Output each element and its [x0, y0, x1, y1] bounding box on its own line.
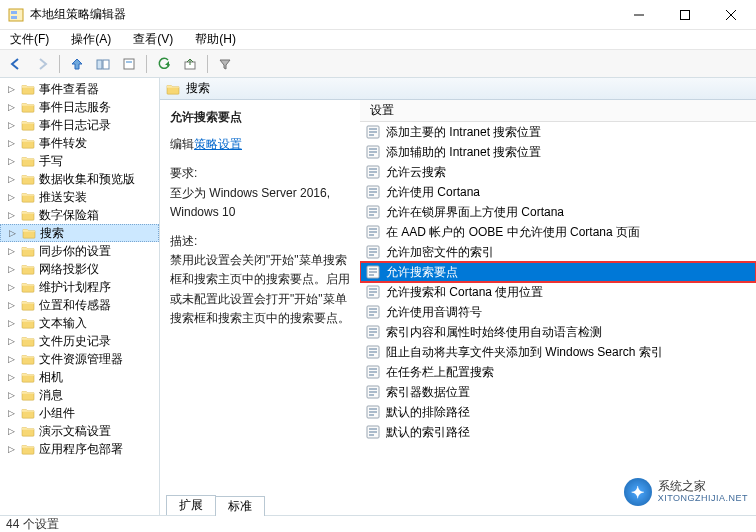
tree-item[interactable]: ▷事件日志服务: [0, 98, 159, 116]
detail-pane: 搜索 允许搜索要点 编辑策略设置 要求: 至少为 Windows Server …: [160, 78, 756, 515]
setting-row[interactable]: 允许使用音调符号: [360, 302, 756, 322]
tree-item[interactable]: ▷数据收集和预览版: [0, 170, 159, 188]
menu-help[interactable]: 帮助(H): [189, 29, 242, 50]
setting-row[interactable]: 阻止自动将共享文件夹添加到 Windows Search 索引: [360, 342, 756, 362]
tree-twisty-icon[interactable]: ▷: [8, 319, 17, 328]
maximize-button[interactable]: [662, 0, 708, 30]
tree-twisty-icon[interactable]: ▷: [8, 355, 17, 364]
tree-twisty-icon[interactable]: ▷: [8, 301, 17, 310]
tree-twisty-icon[interactable]: ▷: [8, 373, 17, 382]
policy-icon: [366, 345, 380, 359]
policy-icon: [366, 165, 380, 179]
tree-item[interactable]: ▷应用程序包部署: [0, 440, 159, 458]
tree-pane[interactable]: ▷事件查看器▷事件日志服务▷事件日志记录▷事件转发▷手写▷数据收集和预览版▷推送…: [0, 78, 160, 515]
watermark-url: XITONGZHIJIA.NET: [658, 494, 748, 504]
tree-twisty-icon[interactable]: ▷: [8, 103, 17, 112]
folder-icon: [21, 281, 35, 293]
setting-row[interactable]: 添加辅助的 Intranet 搜索位置: [360, 142, 756, 162]
setting-row[interactable]: 允许在锁屏界面上方使用 Cortana: [360, 202, 756, 222]
tree-twisty-icon[interactable]: ▷: [8, 247, 17, 256]
tree-twisty-icon[interactable]: ▷: [8, 283, 17, 292]
setting-row[interactable]: 默认的排除路径: [360, 402, 756, 422]
setting-row[interactable]: 允许搜索和 Cortana 使用位置: [360, 282, 756, 302]
setting-row[interactable]: 在任务栏上配置搜索: [360, 362, 756, 382]
tree-item[interactable]: ▷文本输入: [0, 314, 159, 332]
tree-twisty-icon[interactable]: ▷: [8, 265, 17, 274]
setting-row[interactable]: 默认的索引路径: [360, 422, 756, 442]
tree-item[interactable]: ▷文件资源管理器: [0, 350, 159, 368]
tree-twisty-icon[interactable]: ▷: [8, 175, 17, 184]
setting-row[interactable]: 在 AAD 帐户的 OOBE 中允许使用 Cortana 页面: [360, 222, 756, 242]
folder-icon: [21, 299, 35, 311]
menu-action[interactable]: 操作(A): [65, 29, 117, 50]
svg-rect-3: [11, 16, 17, 19]
tree-item[interactable]: ▷手写: [0, 152, 159, 170]
tree-item[interactable]: ▷事件查看器: [0, 80, 159, 98]
folder-icon: [21, 83, 35, 95]
tree-twisty-icon[interactable]: ▷: [8, 157, 17, 166]
tree-item[interactable]: ▷消息: [0, 386, 159, 404]
filter-button[interactable]: [213, 53, 237, 75]
tab-standard[interactable]: 标准: [215, 496, 265, 516]
setting-row[interactable]: 添加主要的 Intranet 搜索位置: [360, 122, 756, 142]
properties-button[interactable]: [117, 53, 141, 75]
tree-item-label: 事件查看器: [39, 81, 99, 98]
tree-twisty-icon[interactable]: ▷: [9, 229, 18, 238]
tree-twisty-icon[interactable]: ▷: [8, 409, 17, 418]
policy-icon: [366, 145, 380, 159]
setting-label: 索引内容和属性时始终使用自动语言检测: [386, 324, 602, 341]
watermark-brand: 系统之家: [658, 480, 748, 493]
refresh-button[interactable]: [152, 53, 176, 75]
setting-row[interactable]: 允许云搜索: [360, 162, 756, 182]
tree-item[interactable]: ▷事件转发: [0, 134, 159, 152]
edit-policy-link[interactable]: 策略设置: [194, 137, 242, 151]
tree-twisty-icon[interactable]: ▷: [8, 139, 17, 148]
tree-item[interactable]: ▷事件日志记录: [0, 116, 159, 134]
show-hide-tree-button[interactable]: [91, 53, 115, 75]
tree-item[interactable]: ▷维护计划程序: [0, 278, 159, 296]
setting-row[interactable]: 允许搜索要点: [360, 262, 756, 282]
tree-twisty-icon[interactable]: ▷: [8, 211, 17, 220]
tree-item[interactable]: ▷位置和传感器: [0, 296, 159, 314]
up-button[interactable]: [65, 53, 89, 75]
tree-item[interactable]: ▷相机: [0, 368, 159, 386]
tree-item[interactable]: ▷同步你的设置: [0, 242, 159, 260]
tree-twisty-icon[interactable]: ▷: [8, 193, 17, 202]
close-button[interactable]: [708, 0, 754, 30]
export-button[interactable]: [178, 53, 202, 75]
tree-twisty-icon[interactable]: ▷: [8, 427, 17, 436]
setting-row[interactable]: 索引器数据位置: [360, 382, 756, 402]
tree-twisty-icon[interactable]: ▷: [8, 121, 17, 130]
tree-item[interactable]: ▷数字保险箱: [0, 206, 159, 224]
policy-icon: [366, 325, 380, 339]
tree-item-label: 网络投影仪: [39, 261, 99, 278]
tree-item[interactable]: ▷网络投影仪: [0, 260, 159, 278]
back-button[interactable]: [4, 53, 28, 75]
minimize-button[interactable]: [616, 0, 662, 30]
menu-view[interactable]: 查看(V): [127, 29, 179, 50]
tree-twisty-icon[interactable]: ▷: [8, 391, 17, 400]
tree-item[interactable]: ▷文件历史记录: [0, 332, 159, 350]
setting-row[interactable]: 允许使用 Cortana: [360, 182, 756, 202]
menu-file[interactable]: 文件(F): [4, 29, 55, 50]
tab-extended[interactable]: 扩展: [166, 495, 216, 515]
forward-button[interactable]: [30, 53, 54, 75]
tree-twisty-icon[interactable]: ▷: [8, 337, 17, 346]
tree-item[interactable]: ▷推送安装: [0, 188, 159, 206]
description-text: 禁用此设置会关闭"开始"菜单搜索框和搜索主页中的搜索要点。启用或未配置此设置会打…: [170, 251, 350, 328]
setting-row[interactable]: 允许加密文件的索引: [360, 242, 756, 262]
tree-item[interactable]: ▷小组件: [0, 404, 159, 422]
setting-row[interactable]: 索引内容和属性时始终使用自动语言检测: [360, 322, 756, 342]
tree-twisty-icon[interactable]: ▷: [8, 85, 17, 94]
tree-twisty-icon[interactable]: ▷: [8, 445, 17, 454]
tree-item[interactable]: ▷搜索: [0, 224, 159, 242]
svg-rect-2: [11, 11, 17, 14]
folder-icon: [21, 263, 35, 275]
tree-item[interactable]: ▷演示文稿设置: [0, 422, 159, 440]
settings-list[interactable]: 添加主要的 Intranet 搜索位置添加辅助的 Intranet 搜索位置允许…: [360, 122, 756, 495]
setting-label: 添加辅助的 Intranet 搜索位置: [386, 144, 541, 161]
setting-label: 允许在锁屏界面上方使用 Cortana: [386, 204, 564, 221]
requirement-label: 要求:: [170, 164, 350, 183]
settings-column-header[interactable]: 设置: [360, 100, 756, 122]
setting-label: 允许云搜索: [386, 164, 446, 181]
